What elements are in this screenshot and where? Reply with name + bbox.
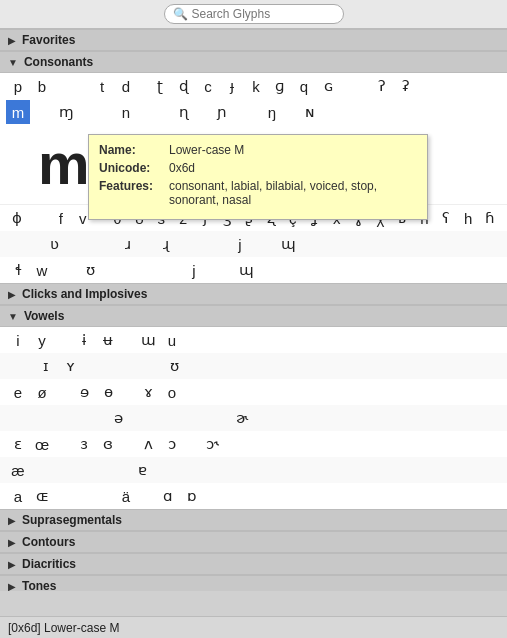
glyph-vo2[interactable]: o [160,380,184,404]
glyph-nret[interactable]: ɳ [172,100,196,124]
glyph-phi[interactable]: ɸ [6,206,28,230]
glyph-fric[interactable]: ʕ [435,206,457,230]
glyph-voe[interactable]: ø [30,380,54,404]
glyph-b[interactable]: b [30,74,54,98]
glyph-vb2[interactable]: ɒ [180,484,204,508]
glyph-f[interactable]: f [50,206,72,230]
glyph-mf2[interactable]: ɰ [234,258,258,282]
glyph-q2[interactable]: ʔ [370,74,394,98]
glyph-j[interactable]: j [228,232,252,256]
glyph-vG[interactable]: ɞ [96,432,120,456]
glyph-vU[interactable]: ʊ [162,354,186,378]
glyph-voe2[interactable]: ɶ [30,484,54,508]
search-icon: 🔍 [173,7,188,21]
tones-arrow: ▶ [8,581,16,592]
section-tones[interactable]: ▶ Tones [0,575,507,591]
glyph-vI[interactable]: ɪ [34,354,58,378]
glyph-vu2[interactable]: u [160,328,184,352]
sp24 [120,380,136,404]
section-vowels[interactable]: ▼ Vowels [0,305,507,327]
glyph-m2[interactable]: ɬ [6,258,30,282]
glyph-eng[interactable]: ŋ [260,100,284,124]
glyph-t[interactable]: t [90,74,114,98]
glyph-c[interactable]: c [196,74,220,98]
sp32 [138,484,156,508]
section-contours[interactable]: ▶ Contours [0,531,507,553]
consonants-row-5: ɬ w ʊ j ɰ [0,257,507,283]
glyph-fi[interactable]: ɦ [479,206,501,230]
section-favorites[interactable]: ▶ Favorites [0,29,507,51]
glyph-lat[interactable]: ʊ [78,258,102,282]
sp18 [206,258,234,282]
glyph-vY[interactable]: ʏ [58,354,82,378]
glyph-nj[interactable]: ɲ [210,100,234,124]
glyph-vr[interactable]: ɤ [136,380,160,404]
glyph-p[interactable]: p [6,74,30,98]
tooltip: Name: Lower-case M Unicode: 0x6d Feature… [88,134,428,220]
glyph-vep[interactable]: ɛ [6,432,30,456]
glyph-vschwa[interactable]: ə [106,406,130,430]
glyph-q3[interactable]: ʡ [394,74,418,98]
contours-arrow: ▶ [8,537,16,548]
glyph-vb[interactable]: ɐ [130,458,154,482]
glyph-vL[interactable]: ʌ [136,432,160,456]
tooltip-unicode-val: 0x6d [169,161,417,175]
vowels-row-3: e ø ɘ ɵ ɤ o [0,379,507,405]
sp31 [54,484,114,508]
glyph-G[interactable]: ɢ [316,74,340,98]
glyph-vschwa2[interactable]: ɚ [230,406,254,430]
glyph-j2[interactable]: j [182,258,206,282]
sp23 [54,380,72,404]
glyph-va2[interactable]: ä [114,484,138,508]
glyph-j[interactable]: ɟ [220,74,244,98]
glyph-d[interactable]: d [114,74,138,98]
sp7 [234,100,260,124]
glyph-q[interactable]: q [292,74,316,98]
glyph-va[interactable]: a [6,484,30,508]
glyph-mf[interactable]: ɰ [276,232,300,256]
glyph-va3[interactable]: ɑ [156,484,180,508]
tooltip-name-key: Name: [99,143,169,157]
section-diacritics[interactable]: ▶ Diacritics [0,553,507,575]
section-suprasegmentals[interactable]: ▶ Suprasegmentals [0,509,507,531]
glyph-w[interactable]: w [30,258,54,282]
section-clicks[interactable]: ▶ Clicks and Implosives [0,283,507,305]
diacritics-label: Diacritics [22,557,76,571]
glyph-voc2[interactable]: ɔ˞ [200,432,224,456]
favorites-arrow: ▶ [8,35,16,46]
glyph-vm[interactable]: ɯ [136,328,160,352]
glyph-h[interactable]: h [457,206,479,230]
search-input[interactable] [192,7,332,21]
search-input-wrapper[interactable]: 🔍 [164,4,344,24]
glyph-vu[interactable]: ʉ [96,328,120,352]
glyph-engma[interactable]: ɱ [54,100,78,124]
glyph-upsilon2[interactable]: ɹ [116,232,140,256]
glyph-ve[interactable]: e [6,380,30,404]
glyph-rr[interactable]: ɻ [154,232,178,256]
glyph-vy[interactable]: y [30,328,54,352]
glyph-vi[interactable]: i [6,328,30,352]
glyph-ve2[interactable]: ɘ [72,380,96,404]
glyph-dbar[interactable]: ɖ [172,74,196,98]
vowels-row-6: æ ɐ [0,457,507,483]
sp13 [140,232,154,256]
main-content[interactable]: ▶ Favorites ▼ Consonants p b t d ʈ ɖ c ɟ… [0,29,507,591]
sp19 [54,328,72,352]
glyph-N[interactable]: ɴ [298,100,322,124]
glyph-k[interactable]: k [244,74,268,98]
glyph-voc[interactable]: ɔ [160,432,184,456]
section-consonants[interactable]: ▼ Consonants [0,51,507,73]
sp21 [6,354,34,378]
sp17 [102,258,182,282]
sp3 [30,100,54,124]
glyph-n[interactable]: n [114,100,138,124]
glyph-upsilon[interactable]: ʋ [42,232,66,256]
glyph-vae[interactable]: æ [6,458,30,482]
glyph-vo[interactable]: ɵ [96,380,120,404]
glyph-tbar[interactable]: ʈ [148,74,172,98]
glyph-vi2[interactable]: ɨ [72,328,96,352]
glyph-voeL[interactable]: œ [30,432,54,456]
glyph-m-selected[interactable]: m [6,100,30,124]
glyph-vez[interactable]: ɜ [72,432,96,456]
glyph-g[interactable]: ɡ [268,74,292,98]
